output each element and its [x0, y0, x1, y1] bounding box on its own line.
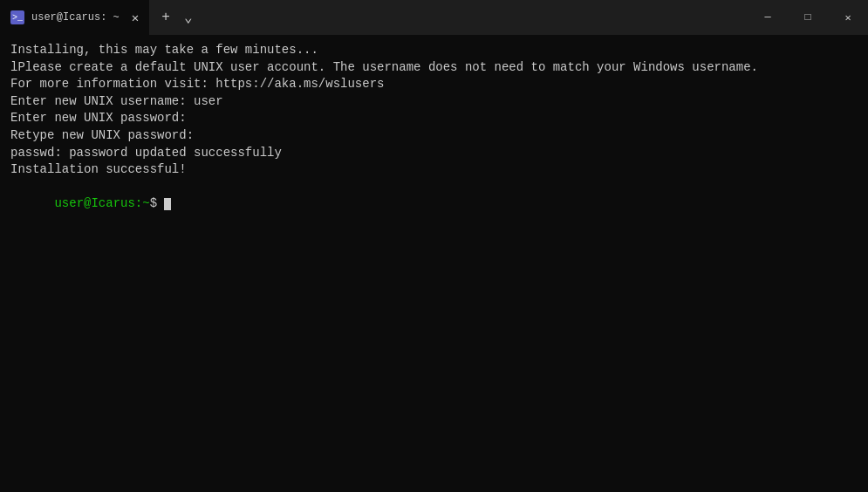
new-tab-button[interactable]: +: [156, 6, 175, 29]
terminal-tab-icon: >_: [10, 10, 24, 24]
terminal-body[interactable]: Installing, this may take a few minutes.…: [0, 35, 868, 492]
terminal-line-8: Installation successful!: [10, 161, 858, 179]
terminal-line-3: For more information visit: https://aka.…: [10, 76, 858, 93]
prompt-space: [157, 196, 164, 210]
terminal-prompt-line: user@Icarus:~$: [10, 179, 858, 230]
close-button[interactable]: ✕: [828, 0, 868, 35]
terminal-line-6: Retype new UNIX password:: [10, 127, 858, 145]
minimize-button[interactable]: —: [748, 0, 788, 35]
terminal-line-5: Enter new UNIX password:: [10, 110, 858, 127]
tab-title: user@Icarus: ~: [31, 11, 120, 24]
terminal-line-7: passwd: password updated successfully: [10, 145, 858, 162]
terminal-window: >_ user@Icarus: ~ ✕ + ⌄ — □ ✕ Installing…: [0, 0, 868, 492]
terminal-line-2: lPlease create a default UNIX user accou…: [10, 59, 858, 77]
window-controls: — □ ✕: [748, 0, 868, 35]
terminal-line-1: Installing, this may take a few minutes.…: [10, 42, 858, 59]
prompt-path: :~: [135, 196, 150, 210]
dropdown-button[interactable]: ⌄: [179, 5, 198, 30]
active-tab[interactable]: >_ user@Icarus: ~ ✕: [0, 0, 149, 35]
prompt-user: user@Icarus: [54, 196, 134, 210]
tab-actions: + ⌄: [149, 0, 204, 35]
tab-close-button[interactable]: ✕: [132, 10, 139, 25]
terminal-line-4: Enter new UNIX username: user: [10, 93, 858, 111]
cursor: [164, 198, 171, 210]
title-bar: >_ user@Icarus: ~ ✕ + ⌄ — □ ✕: [0, 0, 868, 35]
maximize-button[interactable]: □: [788, 0, 828, 35]
prompt-dollar: $: [150, 196, 157, 210]
title-bar-left: >_ user@Icarus: ~ ✕ + ⌄: [0, 0, 205, 35]
